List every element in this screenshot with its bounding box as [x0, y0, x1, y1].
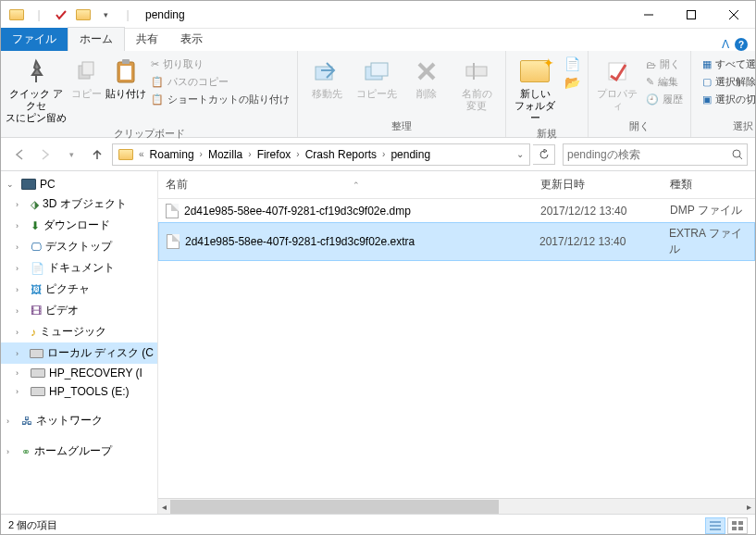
paste-button[interactable]: 貼り付け [105, 53, 147, 100]
folder-icon [6, 5, 27, 25]
folder-icon[interactable] [115, 144, 137, 165]
svg-rect-5 [82, 62, 93, 75]
cube-icon: ⬗ [31, 198, 39, 211]
tab-file[interactable]: ファイル [1, 28, 68, 51]
moveto-button[interactable]: 移動先 [302, 53, 352, 100]
network-icon: 🖧 [21, 415, 32, 428]
maximize-button[interactable] [670, 1, 713, 29]
file-type: EXTRA ファイル [662, 224, 754, 259]
tab-view[interactable]: 表示 [169, 28, 214, 51]
breadcrumb-dropdown[interactable]: ⌄ [513, 149, 527, 159]
document-icon: 📄 [31, 262, 44, 275]
pin-quickaccess-button[interactable]: クイック アクセ スにピン留め [5, 53, 68, 125]
delete-icon [415, 56, 438, 86]
quick-access-toolbar: | ▾ | [1, 5, 138, 25]
nav-3d-objects[interactable]: ›⬗3D オブジェクト [1, 193, 157, 215]
recent-dropdown[interactable]: ▾ [60, 143, 82, 166]
sort-asc-icon: ⌃ [353, 180, 360, 190]
nav-videos[interactable]: ›🎞ビデオ [1, 300, 157, 321]
col-type[interactable]: 種類 [663, 171, 755, 198]
nav-homegroup[interactable]: ›⚭ホームグループ [1, 441, 157, 462]
cut-button[interactable]: ✂切り取り [147, 56, 293, 72]
file-list[interactable]: 名前⌃ 更新日時 種類 2d41e985-58ee-407f-9281-cf19… [158, 171, 755, 514]
selectall-icon: ▦ [702, 58, 712, 70]
folder-qat-icon[interactable] [73, 5, 93, 25]
shortcut-icon: 📋 [151, 93, 164, 106]
svg-rect-23 [738, 521, 743, 525]
search-box[interactable] [563, 143, 748, 166]
help-icon[interactable]: ? [735, 38, 748, 51]
breadcrumb-seg[interactable]: Crash Reports [302, 144, 380, 165]
easy-access-icon[interactable]: 📂 [564, 75, 580, 90]
search-input[interactable] [567, 148, 732, 161]
up-button[interactable] [86, 143, 108, 166]
collapse-icon[interactable]: ⌄ [6, 180, 18, 189]
horizontal-scrollbar[interactable]: ◂ ▸ [158, 498, 755, 514]
minimize-button[interactable] [627, 1, 670, 29]
select-all-button[interactable]: ▦すべて選択 [699, 56, 756, 72]
item-count: 2 個の項目 [8, 518, 57, 532]
view-details-button[interactable] [705, 517, 725, 534]
col-name[interactable]: 名前⌃ [158, 171, 533, 198]
svg-line-18 [739, 156, 742, 159]
nav-network[interactable]: ›🖧ネットワーク [1, 410, 157, 431]
copyto-button[interactable]: コピー先 [352, 53, 402, 100]
chevron-icon[interactable]: › [294, 149, 301, 159]
copy-button[interactable]: コピー [68, 53, 105, 100]
nav-music[interactable]: ›♪ミュージック [1, 321, 157, 342]
qat-dropdown-icon[interactable]: ▾ [95, 5, 116, 25]
delete-button[interactable]: 削除 [402, 53, 452, 100]
breadcrumb[interactable]: « Roaming› Mozilla› Firefox› Crash Repor… [112, 143, 530, 166]
properties-button[interactable]: プロパティ [592, 53, 642, 112]
edit-button[interactable]: ✎編集 [642, 74, 687, 90]
scrollbar-thumb[interactable] [170, 500, 499, 514]
tab-share[interactable]: 共有 [125, 28, 169, 51]
moveto-icon [314, 56, 340, 86]
collapse-ribbon-icon[interactable]: ᐱ [722, 38, 729, 51]
invert-selection-button[interactable]: ▣選択の切り替え [699, 92, 756, 107]
column-headers: 名前⌃ 更新日時 種類 [158, 171, 755, 199]
copy-path-button[interactable]: 📋パスのコピー [147, 74, 293, 90]
paste-shortcut-button[interactable]: 📋ショートカットの貼り付け [147, 92, 293, 107]
drive-icon [31, 387, 45, 396]
file-row[interactable]: 2d41e985-58ee-407f-9281-cf19d3c9f02e.dmp… [158, 199, 755, 222]
nav-downloads[interactable]: ›⬇ダウンロード [1, 215, 157, 236]
forward-button[interactable] [34, 143, 56, 166]
chevron-icon[interactable]: › [198, 149, 204, 159]
breadcrumb-seg[interactable]: Firefox [254, 144, 295, 165]
search-icon[interactable] [732, 149, 743, 160]
properties-qat-icon[interactable] [51, 5, 71, 25]
back-button[interactable] [8, 143, 31, 166]
new-folder-button[interactable]: ✦ 新しい フォルダー [510, 53, 560, 125]
picture-icon: 🖼 [31, 283, 42, 296]
qat-separator: | [29, 5, 49, 25]
rename-button[interactable]: 名前の 変更 [452, 53, 502, 112]
navigation-pane[interactable]: ⌄PC ›⬗3D オブジェクト ›⬇ダウンロード ›🖵デスクトップ ›📄ドキュメ… [1, 171, 158, 514]
nav-local-disk-c[interactable]: ›ローカル ディスク (C [1, 342, 157, 364]
nav-pc[interactable]: ⌄PC [1, 175, 157, 193]
scroll-right-icon[interactable]: ▸ [743, 502, 755, 512]
breadcrumb-seg[interactable]: Mozilla [204, 144, 246, 165]
close-button[interactable] [713, 1, 755, 29]
nav-documents[interactable]: ›📄ドキュメント [1, 257, 157, 279]
breadcrumb-seg[interactable]: Roaming [146, 144, 198, 165]
view-large-button[interactable] [727, 517, 748, 534]
scroll-left-icon[interactable]: ◂ [158, 502, 170, 512]
nav-hp-tools[interactable]: ›HP_TOOLS (E:) [1, 382, 157, 401]
new-item-icon[interactable]: 📄 [564, 56, 580, 71]
file-row[interactable]: 2d41e985-58ee-407f-9281-cf19d3c9f02e.ext… [158, 222, 755, 261]
open-button[interactable]: 🗁開く [642, 56, 687, 72]
history-button[interactable]: 🕘履歴 [642, 92, 687, 107]
nav-hp-recovery[interactable]: ›HP_RECOVERY (I [1, 364, 157, 382]
col-modified[interactable]: 更新日時 [533, 171, 663, 198]
open-icon: 🗁 [646, 59, 656, 70]
select-none-button[interactable]: ▢選択解除 [699, 74, 756, 90]
nav-pictures[interactable]: ›🖼ピクチャ [1, 279, 157, 300]
tab-home[interactable]: ホーム [68, 27, 125, 51]
breadcrumb-seg[interactable]: pending [387, 144, 434, 165]
nav-desktop[interactable]: ›🖵デスクトップ [1, 236, 157, 257]
chevron-icon[interactable]: › [380, 149, 387, 159]
chevron-icon[interactable]: « [137, 149, 146, 159]
chevron-icon[interactable]: › [246, 149, 253, 159]
refresh-button[interactable] [533, 144, 555, 165]
